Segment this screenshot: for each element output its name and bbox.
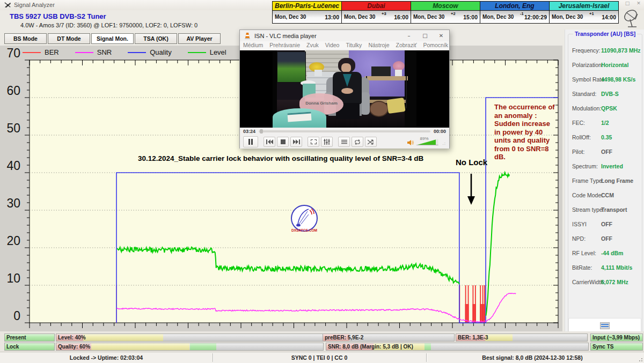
tv-studio-scene: Donna Grisham	[273, 50, 416, 128]
speaker-icon	[407, 139, 414, 146]
bar-label: SNR: 8,0 dB (Margin: 5,3 dB | OK)	[328, 343, 413, 350]
vlc-menu-zobrazi-[interactable]: Zobraziť	[392, 41, 420, 50]
sidebar-row-label: Stream type:	[572, 206, 604, 213]
signal-bars-band: PresentLevel: 40%preBER: 5,9E-2BER: 1,3E…	[0, 331, 644, 352]
sidebar-row-label: FEC:	[572, 120, 585, 126]
signal-bar-sync-ts: Sync TS	[590, 343, 643, 351]
vlc-time-elapsed: 03:24	[240, 129, 259, 134]
clock-time-panel: Mon, Dec 30+114:00	[550, 11, 618, 23]
signal-bar-ber: BER: 1,3E-3	[456, 334, 588, 342]
sidebar-row-label: RF Level:	[572, 250, 596, 256]
extended-settings-icon	[324, 139, 330, 145]
clock-time-panel: Mon, Dec 3013:00	[273, 11, 341, 23]
sidebar-row-label: NPD:	[572, 235, 586, 242]
legend-item-level: Level	[188, 48, 226, 56]
legend-label: SNR	[97, 48, 112, 56]
vlc-menu-titulky[interactable]: Titulky	[342, 41, 365, 50]
legend-line-icon	[188, 52, 206, 53]
vlc-volume: 89% .:	[407, 138, 446, 146]
sidebar-row-value: Transport	[601, 206, 627, 213]
close-icon[interactable]: ✕	[635, 1, 642, 6]
sidebar-row-label: RollOff:	[572, 134, 591, 140]
vlc-volume-slider[interactable]: 89%	[416, 138, 438, 146]
window-title: Signal Analyzer	[14, 2, 55, 8]
vlc-seek-row: 03:24 00:00	[240, 128, 449, 135]
vlc-extended-settings-button[interactable]	[321, 137, 333, 147]
stream-list-button[interactable]	[568, 318, 641, 333]
clock-time: 12:00:29	[524, 14, 547, 20]
vlc-window-title: ISN - VLC media player	[254, 33, 317, 39]
scene-console-top	[365, 76, 408, 80]
clock-city-label: Moscow	[411, 2, 480, 11]
clock-utc-offset: +3	[382, 11, 386, 16]
maximize-icon[interactable]: □	[624, 1, 631, 6]
scene-pillow	[386, 98, 405, 114]
legend-item-quality: Quality	[128, 48, 171, 56]
vlc-window-controls: – □ ✕	[401, 33, 449, 39]
clock-city-label: Jerusalem-Israel	[550, 2, 618, 11]
status-divider	[426, 353, 427, 362]
vlc-random-button[interactable]	[365, 137, 377, 147]
bar-label: Lock	[6, 343, 19, 350]
vlc-minimize-icon[interactable]: –	[401, 33, 417, 39]
bar-label: BER: 1,3E-3	[458, 334, 488, 341]
vlc-loop-button[interactable]	[352, 137, 363, 147]
sidebar-row-label: Polarization:	[572, 62, 603, 68]
scene-drum	[369, 101, 389, 117]
clock-time: 16:00	[394, 14, 408, 20]
vlc-resize-grip[interactable]: .:	[443, 141, 446, 146]
vlc-fullscreen-button[interactable]	[308, 137, 319, 147]
vlc-pause-button[interactable]	[243, 136, 258, 147]
vlc-previous-button[interactable]	[264, 137, 275, 147]
scene-chair-arm-right	[361, 92, 370, 115]
signal-bar-level: Level: 40%	[56, 334, 324, 342]
legend-label: Level	[210, 48, 226, 56]
signal-analyzer-window: Signal Analyzer – □ ✕ Berlin-Paris-Lučen…	[0, 0, 644, 363]
next-icon	[293, 139, 300, 144]
sidebar-row-value: 4,111 Mbit/s	[601, 264, 632, 271]
transponder-group-title: Transponder (AU) [BS]	[573, 31, 637, 37]
vlc-seek-bar[interactable]	[259, 130, 430, 132]
playlist-icon	[341, 139, 347, 144]
sidebar-row-label: CarrierWidth:	[572, 279, 605, 285]
caption-name: Donna Grisham	[305, 101, 338, 106]
legend-label: Quality	[150, 48, 171, 56]
vlc-maximize-icon[interactable]: □	[417, 33, 433, 39]
bar-label: Quality: 60%	[58, 343, 90, 350]
vlc-title-bar[interactable]: ISN - VLC media player – □ ✕	[240, 30, 449, 41]
scene-landscape-picture	[277, 51, 306, 83]
sidebar-row-label: Standard:	[572, 91, 597, 97]
clock-utc-offset: +2	[451, 11, 456, 16]
chart-legend: BERSNRQualityLevel	[23, 48, 226, 56]
legend-line-icon	[75, 52, 93, 53]
sidebar-row-value: Horizontal	[601, 62, 628, 68]
vlc-next-button[interactable]	[290, 137, 302, 147]
vlc-menu-prehr-vanie[interactable]: Prehrávanie	[266, 41, 303, 50]
vlc-stop-button[interactable]	[277, 137, 289, 147]
scene-figurines	[371, 66, 391, 76]
vlc-menu-m-dium[interactable]: Médium	[240, 41, 266, 50]
sidebar-row-label: BitRate:	[572, 264, 592, 271]
bar-label: Level: 40%	[58, 334, 86, 341]
tab-tsa-ok-[interactable]: TSA (OK)	[135, 33, 177, 44]
vlc-seek-handle[interactable]	[260, 129, 263, 134]
legend-line-icon	[23, 52, 41, 53]
signal-bar-snr: SNR: 8,0 dB (Margin: 5,3 dB | OK)	[326, 343, 589, 351]
vlc-video-area[interactable]: Donna Grisham	[240, 50, 449, 128]
vlc-menu-zvuk[interactable]: Zvuk	[303, 41, 322, 50]
tab-dt-mode[interactable]: DT Mode	[48, 33, 90, 44]
tab-signal-mon-[interactable]: Signal Mon.	[91, 33, 134, 44]
vlc-close-icon[interactable]: ✕	[433, 33, 449, 39]
legend-label: BER	[45, 48, 59, 56]
vlc-playlist-button[interactable]	[338, 137, 350, 147]
vlc-menu-pomocn-k[interactable]: Pomocník	[420, 41, 451, 50]
tab-bs-mode[interactable]: BS Mode	[4, 33, 47, 44]
clock-date: Mon, Dec 30	[275, 14, 306, 20]
vlc-menu-n-stroje[interactable]: Nástroje	[365, 41, 392, 50]
scene-books	[287, 112, 311, 122]
sidebar-row-label: Pilot:	[572, 149, 584, 155]
sidebar-row-value: 6,072 MHz	[601, 279, 628, 285]
tab-av-player[interactable]: AV Player	[178, 33, 221, 44]
vlc-controls-row: 89% .:	[240, 135, 449, 149]
vlc-menu-video[interactable]: Video	[322, 41, 343, 50]
